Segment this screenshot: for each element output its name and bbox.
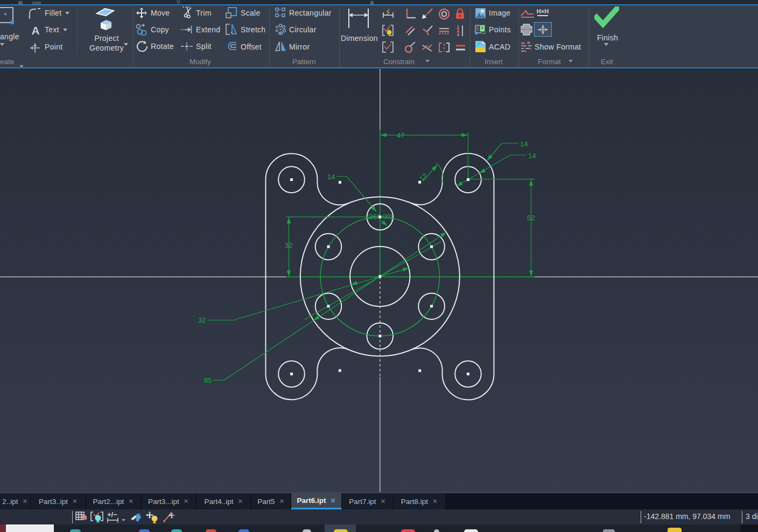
svg-text:32: 32 <box>285 241 292 249</box>
svg-text:H×H: H×H <box>537 8 549 15</box>
svg-text:52: 52 <box>527 214 535 222</box>
svg-text:14: 14 <box>520 140 528 148</box>
svg-text:47: 47 <box>397 131 404 139</box>
svg-text:32: 32 <box>198 316 206 324</box>
svg-text:+/−: +/− <box>107 512 117 519</box>
svg-text:A: A <box>31 25 39 37</box>
svg-text:14: 14 <box>327 173 335 181</box>
svg-text:14: 14 <box>528 152 536 160</box>
svg-text:85: 85 <box>204 376 212 384</box>
